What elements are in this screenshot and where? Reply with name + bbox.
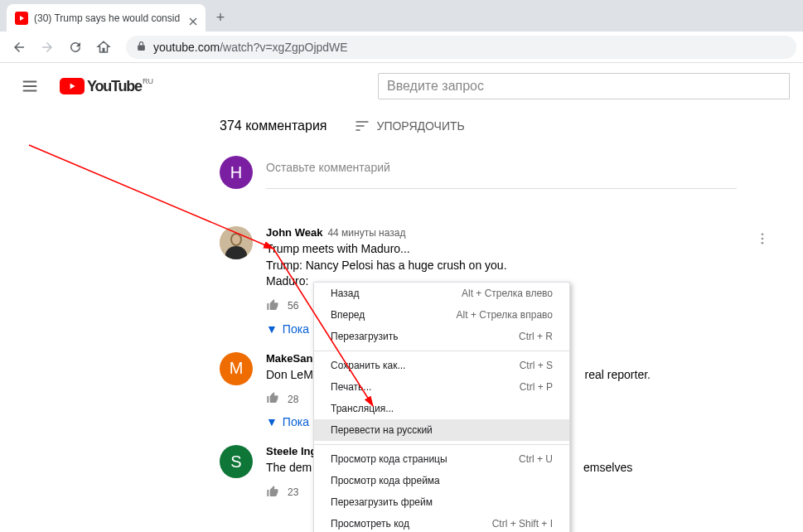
svg-point-8	[762, 233, 764, 235]
country-code: RU	[143, 77, 153, 85]
svg-point-7	[232, 235, 240, 244]
forward-button[interactable]	[35, 35, 60, 60]
add-comment-row: Н Оставьте комментарий	[220, 156, 803, 189]
svg-marker-3	[70, 83, 75, 89]
reload-button[interactable]	[63, 35, 88, 60]
chevron-down-icon: ▼	[266, 322, 278, 336]
search-container	[378, 73, 790, 99]
like-button[interactable]	[266, 485, 279, 501]
chevron-down-icon: ▼	[266, 415, 278, 428]
like-count: 23	[288, 486, 298, 498]
youtube-logo-icon	[60, 78, 85, 94]
address-bar[interactable]: youtube.com/watch?v=xgZgpOjpdWE	[126, 36, 796, 59]
comment-menu-button[interactable]	[755, 231, 770, 249]
comment-author[interactable]: Steele Ing	[266, 445, 317, 457]
comments-count: 374 комментария	[220, 118, 327, 133]
menu-divider	[314, 444, 569, 445]
back-button[interactable]	[7, 35, 31, 60]
hamburger-menu-button[interactable]	[13, 70, 46, 103]
menu-item-reload[interactable]: ПерезагрузитьCtrl + R	[314, 326, 569, 347]
commenter-avatar[interactable]: S	[220, 445, 253, 478]
menu-item-translate[interactable]: Перевести на русский	[314, 419, 569, 441]
menu-divider	[314, 351, 569, 351]
sort-icon	[354, 118, 370, 134]
menu-item-inspect[interactable]: Просмотреть кодCtrl + Shift + I	[314, 513, 569, 532]
commenter-avatar[interactable]	[220, 226, 253, 259]
user-avatar[interactable]: Н	[220, 156, 253, 189]
menu-item-view-page-source[interactable]: Просмотр кода страницыCtrl + U	[314, 448, 569, 470]
comments-header: 374 комментария УПОРЯДОЧИТЬ	[220, 118, 803, 134]
youtube-header: YouTube RU	[0, 63, 803, 109]
svg-point-10	[762, 242, 764, 244]
like-count: 56	[288, 300, 298, 312]
like-count: 28	[288, 394, 298, 405]
svg-point-9	[762, 238, 764, 240]
menu-item-view-frame-source[interactable]: Просмотр кода фрейма	[314, 470, 569, 491]
browser-tab-strip: (30) Trump says he would consid +	[0, 0, 803, 31]
menu-item-save-as[interactable]: Сохранить как...Ctrl + S	[314, 355, 569, 376]
url-text: youtube.com/watch?v=xgZgpOjpdWE	[153, 41, 348, 54]
comment-time[interactable]: 44 минуты назад	[327, 227, 405, 239]
add-comment-input[interactable]: Оставьте комментарий	[266, 156, 737, 189]
youtube-logo-text: YouTube	[87, 78, 142, 95]
menu-item-cast[interactable]: Трансляция...	[314, 398, 569, 419]
search-input[interactable]	[378, 73, 790, 99]
comment-author[interactable]: MakeSan	[266, 352, 312, 365]
new-tab-button[interactable]: +	[209, 6, 232, 29]
browser-tab[interactable]: (30) Trump says he would consid	[7, 4, 206, 31]
like-button[interactable]	[266, 298, 279, 314]
youtube-favicon	[15, 12, 28, 25]
browser-toolbar: youtube.com/watch?v=xgZgpOjpdWE	[0, 31, 803, 63]
like-button[interactable]	[266, 391, 279, 407]
menu-item-reload-frame[interactable]: Перезагрузить фрейм	[314, 491, 569, 513]
svg-marker-0	[20, 16, 24, 21]
menu-item-print[interactable]: Печать...Ctrl + P	[314, 376, 569, 398]
youtube-logo[interactable]: YouTube RU	[60, 78, 142, 95]
home-button[interactable]	[91, 35, 116, 60]
context-menu: НазадAlt + Стрелка влево ВпередAlt + Стр…	[313, 282, 570, 532]
menu-item-forward[interactable]: ВпередAlt + Стрелка вправо	[314, 304, 569, 326]
comment-author[interactable]: John Weak	[266, 226, 322, 239]
sort-label: УПОРЯДОЧИТЬ	[377, 119, 465, 133]
tab-title: (30) Trump says he would consid	[34, 12, 183, 24]
sort-button[interactable]: УПОРЯДОЧИТЬ	[354, 118, 465, 134]
close-tab-icon[interactable]	[189, 14, 197, 22]
commenter-avatar[interactable]: M	[220, 352, 253, 385]
menu-item-back[interactable]: НазадAlt + Стрелка влево	[314, 283, 569, 304]
lock-icon	[136, 40, 147, 55]
